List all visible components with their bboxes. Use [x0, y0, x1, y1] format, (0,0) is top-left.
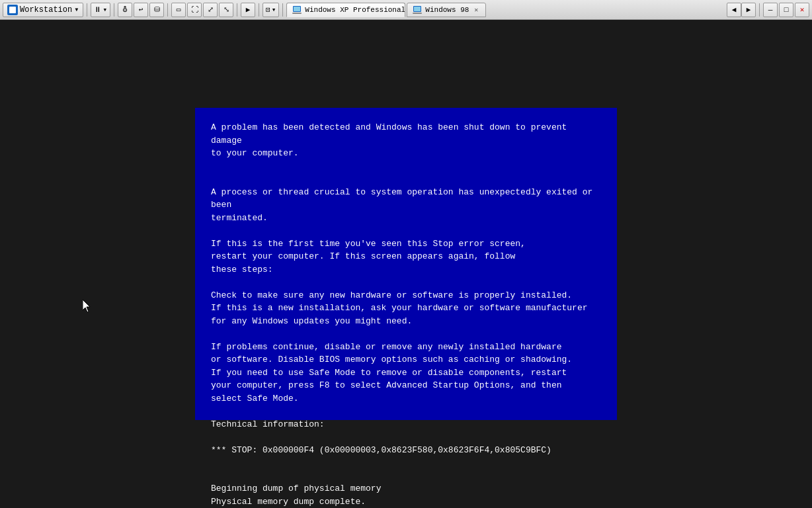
pause-icon: ⏸: [94, 5, 101, 14]
separator-2: [114, 3, 114, 17]
workstation-label: Workstation: [20, 5, 72, 15]
workstation-dropdown-arrow: ▾: [74, 5, 79, 15]
stretch-button[interactable]: ⤢: [203, 3, 218, 17]
zoom-dropdown: ▾: [272, 5, 276, 14]
vm-icon: [7, 5, 18, 15]
tab-98-close[interactable]: ✕: [472, 6, 480, 14]
nav-next-button[interactable]: ▶: [741, 3, 756, 17]
pause-button[interactable]: ⏸ ▾: [91, 3, 110, 17]
workstation-menu[interactable]: Workstation ▾: [3, 3, 83, 17]
console-icon: ▶: [246, 5, 251, 14]
separator-3: [167, 3, 168, 17]
close-icon: ✕: [800, 5, 805, 14]
svg-rect-4: [414, 7, 421, 11]
tab-xp-icon: [292, 5, 302, 15]
pause-dropdown: ▾: [102, 5, 107, 14]
tab-98[interactable]: Windows 98 ✕: [407, 3, 486, 17]
tab-98-icon: [413, 5, 422, 15]
nav-controls: ◀ ▶: [727, 3, 756, 17]
zoom-button[interactable]: ⊡ ▾: [263, 3, 279, 17]
separator-6: [282, 3, 283, 17]
tab-xp[interactable]: Windows XP Professional (... ✕: [286, 3, 405, 17]
snapshot-icon: ⛢: [122, 5, 128, 14]
zoom-icon: ⊡: [266, 5, 270, 14]
nav-prev-button[interactable]: ◀: [727, 3, 741, 17]
restore-icon: ↩: [139, 5, 143, 14]
tab-bar: Windows XP Professional (... ✕ Windows 9…: [286, 0, 725, 19]
svg-rect-5: [413, 13, 422, 14]
separator-1: [87, 3, 87, 17]
nav-prev-icon: ◀: [732, 5, 737, 14]
tab-xp-label: Windows XP Professional (...: [305, 6, 405, 14]
maximize-button[interactable]: □: [779, 3, 793, 17]
mouse-cursor: [83, 300, 91, 313]
snapshot-button[interactable]: ⛢: [118, 3, 132, 17]
stretch-icon: ⤢: [208, 5, 214, 14]
fullscreen-icon: ⛶: [191, 5, 198, 14]
manage-icon: ⛁: [154, 5, 160, 14]
tab-98-label: Windows 98: [425, 6, 469, 14]
separator-5: [259, 3, 259, 17]
autofit-icon: ⤡: [223, 5, 229, 14]
bsod-text: A problem has been detected and Windows …: [211, 121, 601, 508]
svg-rect-2: [292, 13, 302, 14]
minimize-icon: —: [768, 6, 773, 14]
fullscreen-button[interactable]: ⛶: [187, 3, 202, 17]
maximize-icon: □: [784, 6, 789, 14]
autofit-button[interactable]: ⤡: [219, 3, 233, 17]
separator-7: [759, 3, 760, 17]
console-button[interactable]: ▶: [241, 3, 255, 17]
normal-view-button[interactable]: ▭: [171, 3, 186, 17]
close-button[interactable]: ✕: [795, 3, 809, 17]
normal-view-icon: ▭: [177, 5, 181, 14]
main-area: A problem has been detected and Windows …: [0, 20, 812, 508]
manage-snapshot-button[interactable]: ⛁: [149, 3, 164, 17]
bsod-screen: A problem has been detected and Windows …: [195, 108, 617, 420]
svg-rect-1: [294, 7, 300, 11]
minimize-button[interactable]: —: [763, 3, 778, 17]
toolbar: Workstation ▾ ⏸ ▾ ⛢ ↩ ⛁ ▭ ⛶ ⤢ ⤡ ▶ ⊡ ▾: [0, 0, 812, 20]
cursor-icon: [83, 300, 93, 313]
svg-marker-6: [83, 300, 90, 312]
restore-snapshot-button[interactable]: ↩: [134, 3, 148, 17]
nav-next-icon: ▶: [747, 5, 751, 14]
separator-4: [237, 3, 237, 17]
